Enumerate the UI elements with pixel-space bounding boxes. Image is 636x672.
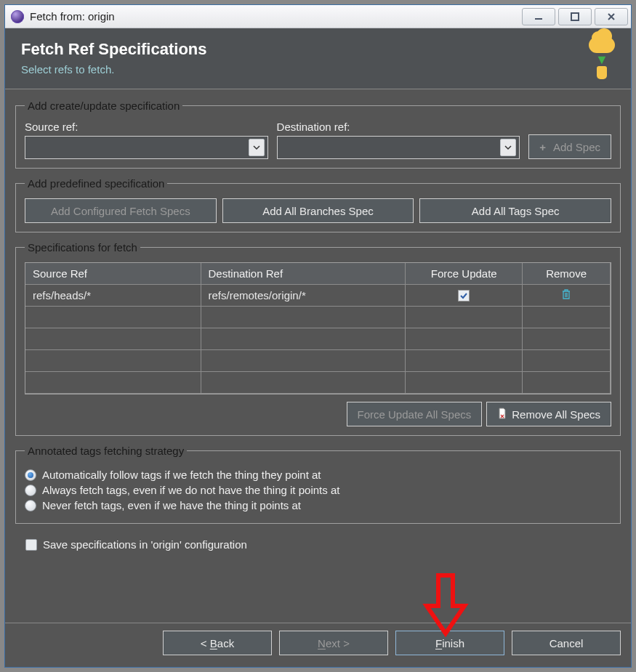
close-button[interactable] <box>595 8 628 25</box>
close-icon <box>606 12 616 22</box>
dest-ref-label: Destination ref: <box>277 121 520 133</box>
source-ref-label: Source ref: <box>25 121 268 133</box>
radio-always-fetch-label: Always fetch tags, even if we do not hav… <box>42 484 339 496</box>
cancel-button[interactable]: Cancel <box>512 631 621 655</box>
fetch-glyph: ▼ <box>589 37 615 79</box>
minimize-button[interactable] <box>522 8 555 25</box>
page-subtitle: Select refs to fetch. <box>21 63 616 76</box>
remove-all-button[interactable]: Remove All Specs <box>486 402 611 426</box>
cell-source: refs/heads/* <box>25 285 201 307</box>
add-spec-group: Add create/update specification Source r… <box>15 100 621 169</box>
next-label: Next > <box>318 637 350 649</box>
cancel-label: Cancel <box>550 637 584 649</box>
table-row <box>25 307 611 328</box>
table-header: Source Ref Destination Ref Force Update … <box>25 263 611 285</box>
maximize-button[interactable] <box>558 8 592 25</box>
document-remove-icon <box>497 408 507 421</box>
eclipse-icon <box>11 10 24 23</box>
titlebar: Fetch from: origin <box>5 5 631 28</box>
add-all-branches-label: Add All Branches Spec <box>262 205 374 217</box>
specs-group: Specifications for fetch Source Ref Dest… <box>15 241 621 436</box>
cell-dest: refs/remotes/origin/* <box>201 285 406 307</box>
radio-never-fetch-label: Never fetch tags, even if we have the th… <box>42 499 301 511</box>
back-label: < Back <box>201 637 234 649</box>
table-row <box>25 372 611 394</box>
table-row <box>25 328 611 350</box>
chevron-down-icon <box>500 139 516 156</box>
check-icon <box>459 291 468 300</box>
radio-auto-follow[interactable]: Automatically follow tags if we fetch th… <box>25 469 611 481</box>
radio-always-fetch[interactable]: Always fetch tags, even if we do not hav… <box>25 484 611 496</box>
tags-strategy-group: Annotated tags fetching strategy Automat… <box>15 445 621 524</box>
table-row[interactable]: refs/heads/* refs/remotes/origin/* <box>25 285 611 307</box>
add-all-tags-label: Add All Tags Spec <box>472 205 560 217</box>
down-arrow-icon: ▼ <box>595 54 608 65</box>
minimize-icon <box>534 12 544 22</box>
cloud-icon <box>589 37 615 53</box>
col-force: Force Update <box>406 263 523 285</box>
next-button: Next > <box>279 631 388 655</box>
maximize-icon <box>570 12 580 22</box>
trash-icon <box>561 288 571 300</box>
tags-legend: Annotated tags fetching strategy <box>25 445 187 457</box>
plus-icon: + <box>539 141 546 153</box>
back-button[interactable]: < Back <box>163 631 272 655</box>
col-remove: Remove <box>523 263 611 285</box>
predefined-group: Add predefined specification Add Configu… <box>15 177 621 232</box>
remove-all-label: Remove All Specs <box>512 408 600 421</box>
cylinder-icon <box>597 66 607 79</box>
col-dest: Destination Ref <box>201 263 406 285</box>
force-update-all-label: Force Update All Specs <box>358 408 472 421</box>
finish-label: Finish <box>435 637 464 649</box>
add-configured-label: Add Configured Fetch Specs <box>51 205 190 217</box>
add-spec-legend: Add create/update specification <box>25 100 182 112</box>
save-config-checkbox[interactable] <box>25 539 37 551</box>
table-row <box>25 350 611 372</box>
radio-auto-follow-label: Automatically follow tags if we fetch th… <box>42 469 321 481</box>
force-update-checkbox[interactable] <box>458 290 470 301</box>
radio-icon <box>25 500 36 511</box>
radio-icon <box>25 485 36 496</box>
predefined-legend: Add predefined specification <box>25 177 167 190</box>
dest-ref-combo[interactable] <box>277 136 520 159</box>
radio-icon <box>25 469 36 481</box>
dialog-content: Add create/update specification Source r… <box>5 89 631 623</box>
add-all-branches-button[interactable]: Add All Branches Spec <box>222 198 414 223</box>
specs-table: Source Ref Destination Ref Force Update … <box>25 262 611 394</box>
specs-legend: Specifications for fetch <box>25 241 140 254</box>
add-all-tags-button[interactable]: Add All Tags Spec <box>419 198 611 223</box>
radio-never-fetch[interactable]: Never fetch tags, even if we have the th… <box>25 499 611 511</box>
dialog-footer: < Back Next > Finish Cancel <box>5 623 631 667</box>
finish-button[interactable]: Finish <box>395 631 504 655</box>
svg-rect-1 <box>571 13 579 20</box>
add-spec-button-label: Add Spec <box>553 141 600 153</box>
force-update-all-button: Force Update All Specs <box>347 402 483 426</box>
add-configured-button: Add Configured Fetch Specs <box>25 198 217 223</box>
save-config-row[interactable]: Save specifications in 'origin' configur… <box>15 538 621 551</box>
dialog-window: Fetch from: origin Fetch Ref Specificati… <box>4 4 632 668</box>
dialog-header: Fetch Ref Specifications Select refs to … <box>5 28 631 89</box>
add-spec-button: + Add Spec <box>528 134 611 159</box>
svg-rect-0 <box>535 18 542 20</box>
save-config-label: Save specifications in 'origin' configur… <box>43 538 247 551</box>
col-source: Source Ref <box>25 263 201 285</box>
remove-row-button[interactable] <box>561 288 571 302</box>
window-title: Fetch from: origin <box>30 10 115 23</box>
chevron-down-icon <box>249 139 265 156</box>
source-ref-combo[interactable] <box>25 136 268 159</box>
page-title: Fetch Ref Specifications <box>21 40 616 59</box>
